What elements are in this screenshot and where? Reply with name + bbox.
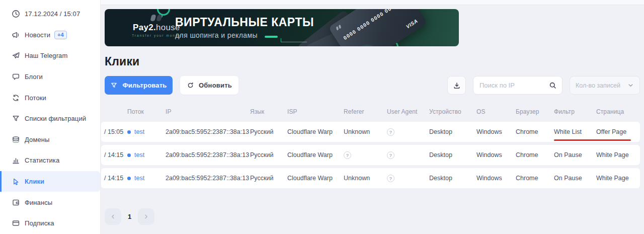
search-input[interactable] <box>479 82 549 89</box>
sidebar-item-blogs[interactable]: Блоги <box>0 66 100 88</box>
table-header: Поток IP Язык ISP Referer User Agent Уст… <box>101 106 640 118</box>
table-row: / 14:15test2a09:bac5:5952:2387::38a:13Ру… <box>101 168 640 188</box>
records-count-label: Кол-во записей <box>576 82 620 89</box>
subscription-icon <box>11 219 20 228</box>
toolbar: Фильтровать Обновить <box>105 76 640 95</box>
records-count-dropdown[interactable]: Кол-во записей <box>570 76 640 95</box>
filter-button-label: Фильтровать <box>122 82 167 89</box>
sidebar-item-label: Финансы <box>25 199 52 206</box>
sidebar-item-clicks[interactable]: Клики <box>0 171 100 192</box>
next-page-button[interactable] <box>138 208 154 225</box>
cell-isp: Cloudflare Warp <box>287 128 344 135</box>
cell-referer: ? <box>344 151 387 159</box>
column-header: Страница <box>596 108 640 115</box>
stream-status-dot <box>127 130 131 134</box>
cell-user-agent: ? <box>387 175 429 182</box>
sidebar-item-statistics[interactable]: Статистика <box>0 150 100 171</box>
sidebar-item-label: Домены <box>25 136 49 143</box>
cell-filter: On Pause <box>554 175 596 182</box>
cell-language: Русский <box>250 151 287 159</box>
table-row: / 14:15test2a09:bac5:5952:2387::38a:13Ру… <box>101 145 640 165</box>
sidebar-datetime: 17.12.2024 / 15:07 <box>0 4 100 25</box>
cell-page: Offer Page <box>596 128 640 135</box>
cell-device: Desktop <box>429 151 476 159</box>
question-icon: ? <box>387 151 394 159</box>
sidebar-item-telegram[interactable]: Наш Telegram <box>0 45 100 66</box>
cell-browser: Chrome <box>516 151 554 159</box>
cell-page: White Page <box>596 151 640 159</box>
cell-time: / 15:05 <box>101 128 127 135</box>
visa-logo: VISA <box>405 18 419 30</box>
refresh-button[interactable]: Обновить <box>180 76 238 95</box>
cell-stream: test <box>127 175 166 182</box>
column-header: User Agent <box>387 108 429 115</box>
pay2house-ad-banner[interactable]: 0000 0000 0000 0000 VISA Pay2.house Tran… <box>105 9 459 46</box>
banner-headline: ВИРТУАЛЬНЫЕ КАРТЫ <box>175 16 314 29</box>
banner-subheadline: для шопинга и рекламы <box>175 31 258 39</box>
sidebar-item-streams[interactable]: Потоки <box>0 87 100 108</box>
cell-referer: Unknown <box>344 175 387 182</box>
cell-page: White Page <box>596 175 640 182</box>
cell-device: Desktop <box>429 175 476 182</box>
cell-language: Русский <box>250 175 287 182</box>
sidebar-item-subscription[interactable]: Подписка <box>0 213 100 234</box>
download-button[interactable] <box>447 76 466 95</box>
cell-time: / 14:15 <box>101 175 127 182</box>
cell-stream: test <box>127 128 166 135</box>
cell-os: Windows <box>476 151 516 159</box>
finance-icon <box>11 198 20 207</box>
stream-status-dot <box>127 177 131 180</box>
page-title: Клики <box>105 55 644 68</box>
cell-isp: Cloudflare Warp <box>287 175 344 182</box>
column-header: Устройство <box>429 108 476 115</box>
cell-language: Русский <box>250 128 287 135</box>
cell-os: Windows <box>476 128 516 135</box>
cell-time: / 14:15 <box>101 151 127 159</box>
column-header: Браузер <box>516 108 554 115</box>
cell-browser: Chrome <box>516 175 554 182</box>
cell-ip: 2a09:bac5:5952:2387::38a:13 <box>166 151 250 159</box>
table-row: / 15:05test2a09:bac5:5952:2387::38a:13Ру… <box>101 122 640 142</box>
teal-dash-decoration <box>265 36 278 38</box>
red-underline-annotation <box>554 139 631 141</box>
cell-user-agent: ? <box>387 151 429 159</box>
sidebar-item-label: Статистика <box>25 157 59 164</box>
sidebar-item-label: Списки фильтраций <box>25 115 86 122</box>
cell-referer: Unknown <box>344 128 387 135</box>
funnel-icon <box>11 114 20 123</box>
teal-line-decoration <box>281 38 307 42</box>
cell-os: Windows <box>476 175 516 182</box>
news-count-badge: +4 <box>54 31 67 39</box>
search-icon <box>549 82 557 90</box>
filter-button[interactable]: Фильтровать <box>105 76 173 95</box>
clock-icon <box>11 10 20 19</box>
main-content: 0000 0000 0000 0000 VISA Pay2.house Tran… <box>101 0 644 234</box>
sidebar-item-filter-lists[interactable]: Списки фильтраций <box>0 108 100 129</box>
stream-link[interactable]: test <box>134 151 144 159</box>
funnel-icon <box>110 82 118 89</box>
sidebar-item-news[interactable]: Новости +4 <box>0 25 100 46</box>
cell-ip: 2a09:bac5:5952:2387::38a:13 <box>166 128 250 135</box>
chevron-down-icon <box>627 82 634 89</box>
table-body: / 15:05test2a09:bac5:5952:2387::38a:13Ру… <box>101 122 640 188</box>
refresh-icon <box>187 82 194 89</box>
column-header: ISP <box>287 108 344 115</box>
streams-icon <box>11 93 20 102</box>
stream-status-dot <box>127 153 131 157</box>
cell-filter: White List <box>554 128 596 135</box>
current-page-number: 1 <box>128 213 131 220</box>
megaphone-icon <box>11 30 20 39</box>
cell-stream: test <box>127 151 166 159</box>
card-mini-logo <box>336 25 342 30</box>
sidebar-item-finance[interactable]: Финансы <box>0 192 100 213</box>
column-header: Язык <box>250 108 287 115</box>
stream-link[interactable]: test <box>134 128 144 135</box>
clicks-table: Поток IP Язык ISP Referer User Agent Уст… <box>101 106 640 188</box>
telegram-icon <box>11 51 20 60</box>
sidebar-item-domains[interactable]: Домены <box>0 129 100 150</box>
prev-page-button[interactable] <box>105 208 121 225</box>
cell-filter: On Pause <box>554 151 596 159</box>
stream-link[interactable]: test <box>134 175 144 182</box>
app: 17.12.2024 / 15:07 Новости +4 Наш Telegr… <box>0 0 644 234</box>
sidebar-item-label: Потоки <box>25 94 46 102</box>
